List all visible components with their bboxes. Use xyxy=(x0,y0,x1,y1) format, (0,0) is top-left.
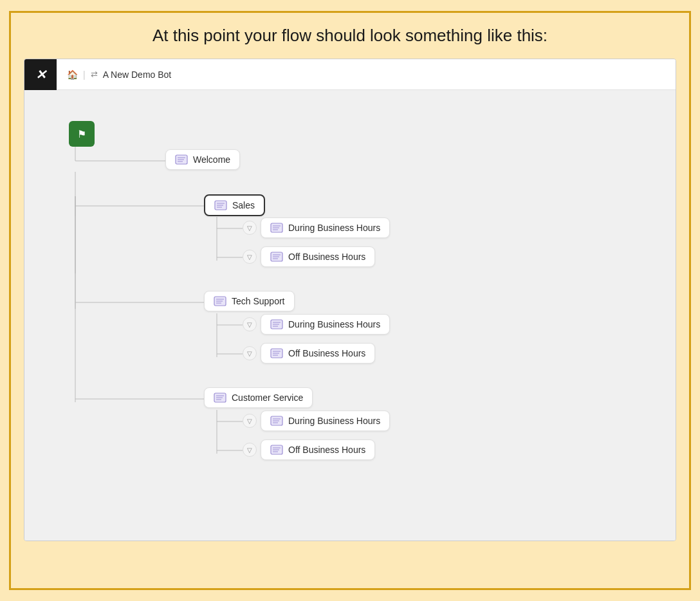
tech-support-icon xyxy=(214,296,226,306)
cs-off-row: ▽ Off Business Hours xyxy=(243,439,375,460)
tech-support-label: Tech Support xyxy=(232,296,285,306)
sales-during-node[interactable]: During Business Hours xyxy=(261,217,390,238)
sales-off-filter[interactable]: ▽ xyxy=(243,250,257,264)
customer-service-node[interactable]: Customer Service xyxy=(204,387,313,408)
tech-during-label: During Business Hours xyxy=(288,319,380,329)
tech-off-row: ▽ Off Business Hours xyxy=(243,343,375,364)
sales-during-icon xyxy=(270,223,283,233)
welcome-node-icon xyxy=(175,154,188,165)
sales-label: Sales xyxy=(232,200,255,210)
canvas-spacer xyxy=(57,116,643,489)
cs-off-filter[interactable]: ▽ xyxy=(243,443,257,457)
cs-off-icon xyxy=(270,445,283,455)
cs-during-icon xyxy=(270,416,283,426)
breadcrumb-area: 🏠 | ⇄ A New Demo Bot xyxy=(57,69,181,80)
tech-support-node[interactable]: Tech Support xyxy=(204,291,295,311)
start-node[interactable]: ⚑ xyxy=(62,121,95,147)
cs-during-label: During Business Hours xyxy=(288,416,380,426)
brand-logo-text: ✕ xyxy=(35,67,46,82)
tech-off-filter[interactable]: ▽ xyxy=(243,346,257,360)
browser-window: ✕ 🏠 | ⇄ A New Demo Bot xyxy=(24,59,676,541)
tech-off-icon xyxy=(270,348,283,358)
canvas-inner: ⚑ Welcome xyxy=(44,109,656,495)
cs-during-row: ▽ During Business Hours xyxy=(243,411,390,431)
sales-off-label: Off Business Hours xyxy=(288,252,365,262)
outer-wrapper: At this point your flow should look some… xyxy=(9,11,691,590)
tech-off-node[interactable]: Off Business Hours xyxy=(261,343,375,364)
tech-during-node[interactable]: During Business Hours xyxy=(261,314,390,335)
page-title: At this point your flow should look some… xyxy=(152,26,548,46)
welcome-label: Welcome xyxy=(193,154,230,165)
sales-off-icon xyxy=(270,252,283,262)
sales-node-icon xyxy=(214,200,227,210)
cs-off-label: Off Business Hours xyxy=(288,445,365,455)
tech-during-row: ▽ During Business Hours xyxy=(243,314,390,335)
browser-header: ✕ 🏠 | ⇄ A New Demo Bot xyxy=(24,59,676,90)
sales-node[interactable]: Sales xyxy=(204,194,265,216)
bot-icon: ⇄ xyxy=(91,69,98,79)
cs-node-icon xyxy=(214,393,226,403)
sales-during-label: During Business Hours xyxy=(288,223,380,233)
cs-during-node[interactable]: During Business Hours xyxy=(261,411,390,431)
brand-logo: ✕ xyxy=(24,59,57,90)
sales-off-row: ▽ Off Business Hours xyxy=(243,246,375,267)
cs-label: Customer Service xyxy=(232,393,303,403)
tech-off-label: Off Business Hours xyxy=(288,348,365,358)
sales-off-node[interactable]: Off Business Hours xyxy=(261,246,375,267)
flow-canvas: ⚑ Welcome xyxy=(24,90,676,541)
welcome-node[interactable]: Welcome xyxy=(165,149,240,170)
breadcrumb-separator: | xyxy=(83,69,86,80)
sales-during-row: ▽ During Business Hours xyxy=(243,217,390,238)
cs-during-filter[interactable]: ▽ xyxy=(243,414,257,428)
start-icon: ⚑ xyxy=(77,128,86,140)
breadcrumb-bot-name: A New Demo Bot xyxy=(103,69,172,80)
cs-off-node[interactable]: Off Business Hours xyxy=(261,439,375,460)
home-icon[interactable]: 🏠 xyxy=(67,69,78,80)
tech-during-filter[interactable]: ▽ xyxy=(243,317,257,331)
sales-during-filter[interactable]: ▽ xyxy=(243,221,257,235)
tech-during-icon xyxy=(270,319,283,329)
